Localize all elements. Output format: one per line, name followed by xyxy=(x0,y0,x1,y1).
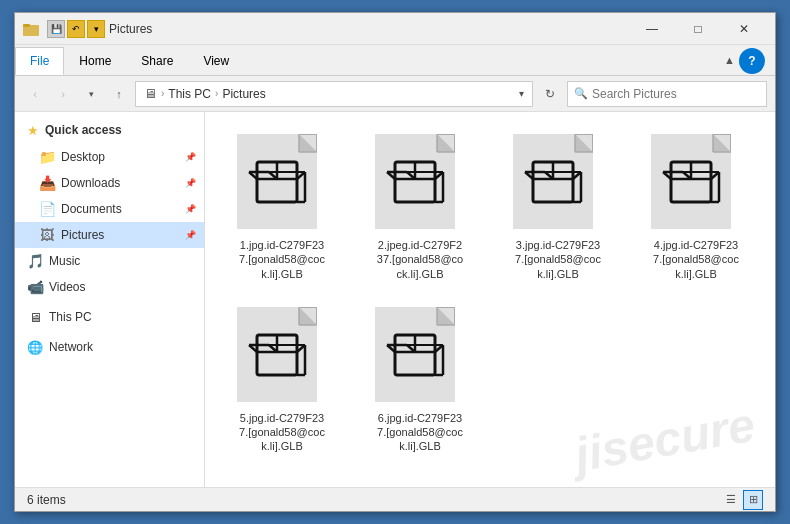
title-icon-group xyxy=(23,21,39,37)
file-thumbnail xyxy=(513,134,603,234)
tab-share[interactable]: Share xyxy=(126,47,188,75)
sidebar-item-videos[interactable]: 📹 Videos xyxy=(15,274,204,300)
back-button[interactable]: ‹ xyxy=(23,82,47,106)
sidebar-item-desktop[interactable]: 📁 Desktop 📌 xyxy=(15,144,204,170)
sidebar-documents-label: Documents xyxy=(61,202,122,216)
path-segment-thispc[interactable]: This PC xyxy=(168,87,211,101)
sidebar-network-label: Network xyxy=(49,340,93,354)
quick-save-group: 💾 ↶ ▾ xyxy=(47,20,105,38)
explorer-window: 💾 ↶ ▾ Pictures — □ ✕ File Home Share Vie… xyxy=(14,12,776,512)
downloads-folder-icon: 📥 xyxy=(39,175,55,191)
title-bar: 💾 ↶ ▾ Pictures — □ ✕ xyxy=(15,13,775,45)
folder-icon xyxy=(23,21,39,37)
file-thumbnail xyxy=(375,134,465,234)
address-path[interactable]: 🖥 › This PC › Pictures ▾ xyxy=(135,81,533,107)
items-count-label: 6 items xyxy=(27,493,66,507)
file-doc-icon xyxy=(237,307,317,402)
file-name: 3.jpg.id-C279F237.[gonald58@cock.li].GLB xyxy=(515,238,601,281)
ribbon-tabs: File Home Share View ▲ ? xyxy=(15,45,775,75)
search-icon: 🔍 xyxy=(574,87,588,100)
file-name: 6.jpg.id-C279F237.[gonald58@cock.li].GLB xyxy=(377,411,463,454)
sidebar-item-downloads[interactable]: 📥 Downloads 📌 xyxy=(15,170,204,196)
path-separator-1: › xyxy=(161,88,164,99)
sidebar-item-network[interactable]: 🌐 Network xyxy=(15,334,204,360)
file-thumbnail xyxy=(237,307,327,407)
tab-file[interactable]: File xyxy=(15,47,64,75)
main-content: ★ Quick access 📁 Desktop 📌 📥 Downloads 📌… xyxy=(15,112,775,487)
sidebar-item-documents[interactable]: 📄 Documents 📌 xyxy=(15,196,204,222)
thispc-icon: 🖥 xyxy=(27,309,43,325)
sidebar: ★ Quick access 📁 Desktop 📌 📥 Downloads 📌… xyxy=(15,112,205,487)
desktop-folder-icon: 📁 xyxy=(39,149,55,165)
file-item[interactable]: 6.jpg.id-C279F237.[gonald58@cock.li].GLB xyxy=(355,297,485,462)
pin-icon-pictures: 📌 xyxy=(185,230,196,240)
file-doc-icon xyxy=(651,134,731,229)
file-area: 1.jpg.id-C279F237.[gonald58@cock.li].GLB xyxy=(205,112,775,487)
file-thumbnail xyxy=(375,307,465,407)
help-button[interactable]: ? xyxy=(739,48,765,74)
music-folder-icon: 🎵 xyxy=(27,253,43,269)
ribbon-collapse-btn[interactable]: ▲ xyxy=(724,54,735,66)
save-icon[interactable]: 💾 xyxy=(47,20,65,38)
star-icon: ★ xyxy=(27,123,39,138)
file-name: 5.jpg.id-C279F237.[gonald58@cock.li].GLB xyxy=(239,411,325,454)
path-pc-icon: 🖥 xyxy=(144,86,157,101)
file-doc-icon xyxy=(513,134,593,229)
pin-icon-downloads: 📌 xyxy=(185,178,196,188)
file-doc-icon xyxy=(375,307,455,402)
file-grid: 1.jpg.id-C279F237.[gonald58@cock.li].GLB xyxy=(217,124,763,462)
file-name: 1.jpg.id-C279F237.[gonald58@cock.li].GLB xyxy=(239,238,325,281)
window-title: Pictures xyxy=(105,22,629,36)
sidebar-item-music[interactable]: 🎵 Music xyxy=(15,248,204,274)
tab-home[interactable]: Home xyxy=(64,47,126,75)
sidebar-thispc-label: This PC xyxy=(49,310,92,324)
address-bar: ‹ › ▾ ↑ 🖥 › This PC › Pictures ▾ ↻ 🔍 xyxy=(15,76,775,112)
file-thumbnail xyxy=(237,134,327,234)
refresh-button[interactable]: ↻ xyxy=(537,81,563,107)
path-separator-2: › xyxy=(215,88,218,99)
file-doc-icon xyxy=(375,134,455,229)
status-bar: 6 items ☰ ⊞ xyxy=(15,487,775,511)
dropdown-arrow[interactable]: ▾ xyxy=(87,20,105,38)
minimize-button[interactable]: — xyxy=(629,13,675,45)
sidebar-desktop-label: Desktop xyxy=(61,150,105,164)
sidebar-item-pictures[interactable]: 🖼 Pictures 📌 xyxy=(15,222,204,248)
search-input[interactable] xyxy=(592,87,760,101)
pictures-folder-icon: 🖼 xyxy=(39,227,55,243)
network-icon: 🌐 xyxy=(27,339,43,355)
pin-icon-documents: 📌 xyxy=(185,204,196,214)
file-doc-icon xyxy=(237,134,317,229)
file-item[interactable]: 5.jpg.id-C279F237.[gonald58@cock.li].GLB xyxy=(217,297,347,462)
sidebar-videos-label: Videos xyxy=(49,280,85,294)
quick-access-label: Quick access xyxy=(45,123,122,137)
grid-view-button[interactable]: ⊞ xyxy=(743,490,763,510)
tab-view[interactable]: View xyxy=(188,47,244,75)
sidebar-music-label: Music xyxy=(49,254,80,268)
path-segment-pictures[interactable]: Pictures xyxy=(222,87,265,101)
view-controls: ☰ ⊞ xyxy=(721,490,763,510)
path-dropdown-arrow[interactable]: ▾ xyxy=(519,88,524,99)
file-item[interactable]: 1.jpg.id-C279F237.[gonald58@cock.li].GLB xyxy=(217,124,347,289)
svg-rect-1 xyxy=(23,24,30,27)
undo-icon[interactable]: ↶ xyxy=(67,20,85,38)
search-box[interactable]: 🔍 xyxy=(567,81,767,107)
dropdown-recent-button[interactable]: ▾ xyxy=(79,82,103,106)
file-item[interactable]: 4.jpg.id-C279F237.[gonald58@cock.li].GLB xyxy=(631,124,761,289)
sidebar-item-thispc[interactable]: 🖥 This PC xyxy=(15,304,204,330)
sidebar-section-quickaccess: ★ Quick access xyxy=(15,116,204,144)
videos-folder-icon: 📹 xyxy=(27,279,43,295)
ribbon: File Home Share View ▲ ? xyxy=(15,45,775,76)
file-name: 4.jpg.id-C279F237.[gonald58@cock.li].GLB xyxy=(653,238,739,281)
file-item[interactable]: 2.jpeg.id-C279F237.[gonald58@cock.li].GL… xyxy=(355,124,485,289)
maximize-button[interactable]: □ xyxy=(675,13,721,45)
pin-icon-desktop: 📌 xyxy=(185,152,196,162)
forward-button[interactable]: › xyxy=(51,82,75,106)
list-view-button[interactable]: ☰ xyxy=(721,490,741,510)
sidebar-downloads-label: Downloads xyxy=(61,176,120,190)
file-item[interactable]: 3.jpg.id-C279F237.[gonald58@cock.li].GLB xyxy=(493,124,623,289)
window-controls: — □ ✕ xyxy=(629,13,767,45)
file-name: 2.jpeg.id-C279F237.[gonald58@cock.li].GL… xyxy=(377,238,463,281)
sidebar-pictures-label: Pictures xyxy=(61,228,104,242)
up-button[interactable]: ↑ xyxy=(107,82,131,106)
close-button[interactable]: ✕ xyxy=(721,13,767,45)
